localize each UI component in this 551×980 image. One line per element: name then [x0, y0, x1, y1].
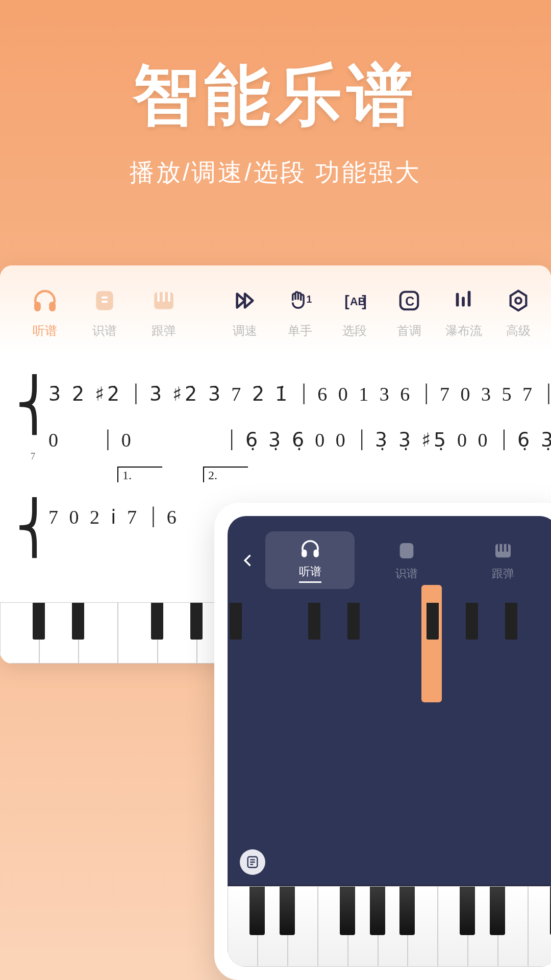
svg-rect-14	[462, 297, 465, 306]
svg-rect-15	[468, 291, 471, 307]
svg-rect-6	[168, 292, 170, 302]
black-key[interactable]	[490, 887, 505, 935]
widget-header: 听谱 识谱 跟弹	[228, 516, 551, 594]
notes: 0	[48, 429, 94, 451]
tool-waterfall[interactable]: 瀑布流	[442, 286, 486, 339]
waterfall-widget-card: 听谱 识谱 跟弹	[214, 503, 551, 980]
volta-2: 2.	[203, 467, 248, 482]
svg-rect-13	[456, 293, 459, 307]
black-key[interactable]	[280, 887, 295, 935]
svg-text:[: [	[344, 293, 349, 309]
mode-listen[interactable]: 听谱	[20, 286, 69, 339]
mode-label: 跟弹	[152, 323, 176, 339]
widget-tab-label: 听谱	[299, 564, 321, 583]
waterfall-bars-icon	[449, 286, 479, 315]
black-key[interactable]	[308, 603, 320, 640]
svg-rect-5	[163, 292, 165, 302]
mode-read[interactable]: 识谱	[80, 286, 129, 339]
notes: 7 0 3 5 7	[440, 383, 535, 405]
black-key[interactable]	[340, 887, 355, 935]
page-subtitle: 播放/调速/选段 功能强大	[0, 156, 551, 189]
black-key[interactable]	[249, 887, 265, 935]
hand-one-icon: 1	[285, 286, 315, 315]
bracket-ab-icon: [AB]	[340, 286, 369, 315]
widget-tab-follow[interactable]: 跟弹	[459, 533, 548, 587]
svg-rect-19	[400, 543, 414, 558]
black-key[interactable]	[466, 603, 478, 640]
black-key[interactable]	[505, 603, 517, 640]
svg-rect-22	[503, 544, 504, 551]
mode-label: 识谱	[92, 323, 117, 339]
tool-first-key[interactable]: C 首调	[387, 286, 431, 339]
white-key[interactable]	[318, 886, 348, 967]
note-card-icon	[90, 286, 119, 315]
score-row-bass: 0| 0| 6̣ 3̣ 6̣ 0 0| 3̣ 3̣ ♯5̣ 0 0| 6̣ 3̣…	[48, 405, 551, 451]
back-button[interactable]	[238, 550, 258, 571]
tool-label: 高级	[506, 323, 531, 339]
widget-tab-label: 跟弹	[492, 566, 514, 581]
white-key[interactable]	[228, 886, 258, 967]
svg-rect-0	[35, 303, 39, 310]
tool-section[interactable]: [AB] 选段	[332, 286, 377, 339]
white-key[interactable]	[118, 602, 157, 664]
white-key[interactable]	[0, 602, 39, 664]
tool-label: 首调	[397, 323, 421, 339]
black-key[interactable]	[33, 603, 45, 640]
tool-label: 选段	[342, 323, 367, 339]
page-title: 智能乐谱	[0, 51, 551, 141]
black-key[interactable]	[72, 603, 84, 640]
waterfall-area: 听谱 识谱 跟弹	[228, 516, 551, 967]
notes: 6̣ 3̣ 6̣ 0 0	[517, 429, 551, 451]
notes: 3̇ 2̇ ♯2̇	[48, 383, 122, 405]
svg-rect-18	[314, 550, 318, 556]
tool-tempo[interactable]: 调速	[223, 286, 267, 339]
widget-tab-listen[interactable]: 听谱	[265, 531, 355, 589]
mode-label: 听谱	[33, 323, 57, 339]
notes: 6̣ 3̣ 6̣ 0 0	[245, 429, 348, 451]
headphones-icon	[299, 537, 321, 560]
svg-text:C: C	[405, 294, 414, 308]
svg-rect-17	[303, 550, 306, 556]
notes: 3̣ 3̣ ♯5̣ 0 0	[375, 429, 490, 451]
hero-section: 智能乐谱 播放/调速/选段 功能强大	[0, 0, 551, 189]
black-key[interactable]	[190, 603, 203, 640]
black-key[interactable]	[347, 603, 360, 640]
detail-button[interactable]	[240, 849, 265, 875]
tool-label: 瀑布流	[445, 323, 482, 339]
white-key[interactable]	[39, 602, 79, 664]
circle-c-icon: C	[394, 286, 424, 315]
svg-rect-23	[507, 544, 508, 551]
tool-advanced[interactable]: 高级	[496, 286, 541, 339]
score-row-treble: 3̇ 2̇ ♯2̇| 3̇ ♯2̇ 3̇ 7 2̇ 1̇| 6 0 1 3 6|…	[48, 359, 551, 405]
white-key[interactable]	[438, 886, 468, 967]
svg-text:]: ]	[362, 293, 367, 309]
fast-forward-icon	[230, 286, 260, 315]
headphones-icon	[30, 286, 60, 315]
notes: 7 0 2 i̇ 7	[48, 506, 140, 528]
notes: 6 0 1 3 6	[317, 383, 413, 405]
white-key[interactable]	[528, 886, 551, 967]
widget-piano-keyboard[interactable]	[228, 885, 551, 967]
svg-text:1: 1	[306, 293, 312, 305]
piano-keys-icon	[492, 540, 514, 562]
widget-tab-label: 识谱	[395, 566, 418, 581]
svg-point-16	[516, 298, 522, 304]
gear-hex-icon	[504, 286, 533, 315]
white-key[interactable]	[79, 602, 118, 664]
volta-1: 1.	[117, 467, 162, 482]
black-key[interactable]	[230, 603, 242, 640]
white-key[interactable]	[158, 602, 197, 664]
black-key[interactable]	[427, 603, 439, 640]
note-card-icon	[395, 540, 418, 562]
black-key[interactable]	[460, 887, 475, 935]
black-key[interactable]	[370, 887, 385, 935]
black-key[interactable]	[399, 887, 415, 935]
tool-single-hand[interactable]: 1 单手	[278, 286, 322, 339]
black-key[interactable]	[151, 603, 163, 640]
volta-row: 1. 2.	[15, 462, 536, 482]
notes: 3̇ ♯2̇ 3̇ 7 2̇ 1̇	[149, 383, 291, 405]
mode-follow[interactable]: 跟弹	[139, 286, 188, 339]
notes: 0	[121, 429, 218, 451]
svg-rect-1	[51, 303, 55, 310]
widget-tab-read[interactable]: 识谱	[362, 533, 451, 587]
